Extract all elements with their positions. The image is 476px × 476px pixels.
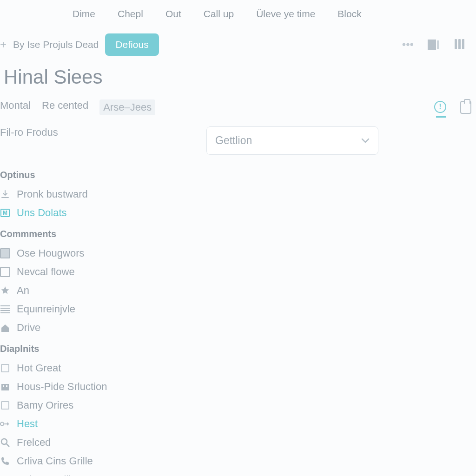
topnav-item[interactable]: Chepl xyxy=(118,8,143,20)
sidebar-item-label: Hot Great xyxy=(17,362,61,374)
search-icon xyxy=(0,437,10,448)
columns-icon[interactable] xyxy=(450,37,469,52)
lines-icon xyxy=(0,304,10,314)
status-pill[interactable]: Defious xyxy=(105,33,159,56)
svg-rect-0 xyxy=(428,40,436,50)
sidebar-item[interactable]: Hot Great xyxy=(0,359,476,377)
svg-point-16 xyxy=(1,439,7,444)
phone-icon xyxy=(0,456,10,466)
page-title: Hinal Siees xyxy=(0,64,476,96)
section-header: Optinus xyxy=(0,163,476,185)
svg-rect-13 xyxy=(3,385,4,387)
sub-bar: + By Ise Projuls Dead Defious ••• xyxy=(0,28,476,64)
sidebar-item[interactable]: Sujerne Trille xyxy=(0,470,476,476)
select-value: Gettlion xyxy=(215,134,252,147)
sidebar-item[interactable]: Drive xyxy=(0,318,476,337)
topnav-item[interactable]: Üleve ye time xyxy=(256,8,315,20)
sidebar-item-label: Uns Dolats xyxy=(17,207,67,219)
sidebar-item[interactable]: Bamy Orires xyxy=(0,396,476,415)
sidebar-item[interactable]: An xyxy=(0,281,476,300)
plus-icon[interactable]: + xyxy=(0,38,7,51)
sidebar-item[interactable]: Equιnreinjvle xyxy=(0,300,476,318)
sidebar-item-label: Sujerne Trille xyxy=(17,474,76,476)
sidebar-item[interactable]: Ose Hougwors xyxy=(0,244,476,263)
sidebar-item[interactable]: Nevcal flowe xyxy=(0,263,476,281)
topnav-item[interactable]: Block xyxy=(337,8,361,20)
svg-line-17 xyxy=(7,444,9,447)
sidebar-item-label: Crliva Cins Grille xyxy=(17,455,93,467)
sidebar-item-label: Drive xyxy=(17,322,40,334)
topnav-item[interactable]: Out xyxy=(165,8,181,20)
box-small-icon xyxy=(0,363,10,373)
building-icon xyxy=(0,382,10,392)
section-header: Diaplnits xyxy=(0,337,476,359)
svg-rect-14 xyxy=(6,385,7,387)
chevron-down-icon xyxy=(361,138,370,144)
box-small-icon xyxy=(0,400,10,410)
sidebar-item[interactable]: Crliva Cins Grille xyxy=(0,452,476,470)
sidebar-item-label: Frelced xyxy=(17,436,51,449)
svg-rect-3 xyxy=(458,40,461,49)
sidebar-item[interactable]: MUns Dolats xyxy=(0,204,476,222)
home-icon xyxy=(0,323,10,333)
filter-select[interactable]: Gettlion xyxy=(206,126,378,155)
sidebar-item-label: Nevcal flowe xyxy=(17,266,75,278)
more-icon[interactable]: ••• xyxy=(398,36,417,53)
sidebar-item[interactable]: Hous-Pide Srluction xyxy=(0,377,476,396)
sidebar-item[interactable]: Pronk bustward xyxy=(0,185,476,204)
download-icon xyxy=(0,189,10,199)
sidebar-item[interactable]: Frelced xyxy=(0,433,476,452)
box-icon xyxy=(0,267,10,277)
sidebar: OptinusPronk bustwardMUns DolatsCommment… xyxy=(0,155,476,476)
section-header: Commments xyxy=(0,222,476,244)
svg-point-15 xyxy=(0,422,4,425)
sidebar-item-label: Bamy Orires xyxy=(17,399,73,411)
dash-arrow-icon xyxy=(0,419,10,429)
svg-rect-1 xyxy=(437,40,439,49)
sidebar-item-label: An xyxy=(17,284,29,297)
breadcrumb[interactable]: By Ise Projuls Dead xyxy=(13,39,99,50)
sidebar-item-label: Equιnreinjvle xyxy=(17,303,75,315)
svg-rect-4 xyxy=(462,40,464,49)
sidebar-item[interactable]: Hest xyxy=(0,415,476,433)
clipboard-icon[interactable] xyxy=(460,101,471,114)
filter-label: Fil-ro Frodus xyxy=(0,126,195,139)
filter-row: Fil-ro Frodus Gettlion xyxy=(0,115,476,155)
topnav-item[interactable]: Call up xyxy=(204,8,234,20)
tab-re-cented[interactable]: Re cented xyxy=(42,99,88,115)
tab-arse-jees[interactable]: Arse–Jees xyxy=(99,99,155,115)
top-nav: DimeCheplOutCall upÜleve ye timeBlock xyxy=(0,0,476,28)
sidebar-item-label: Ose Hougwors xyxy=(17,247,85,259)
svg-rect-12 xyxy=(1,384,9,390)
info-icon[interactable]: ! xyxy=(434,101,446,113)
svg-rect-2 xyxy=(455,40,457,49)
tabs: MontalRe centedArse–Jees ! xyxy=(0,96,476,115)
panel-icon[interactable] xyxy=(424,38,443,52)
box-filled-icon xyxy=(0,248,10,258)
tab-montal[interactable]: Montal xyxy=(0,99,31,115)
sidebar-item-label: Hest xyxy=(17,418,38,430)
topnav-item[interactable]: Dime xyxy=(73,8,95,20)
sidebar-item-label: Hous-Pide Srluction xyxy=(17,381,107,393)
letter-m-icon: M xyxy=(0,208,10,218)
sidebar-item-label: Pronk bustward xyxy=(17,188,88,200)
star-icon xyxy=(0,285,10,296)
